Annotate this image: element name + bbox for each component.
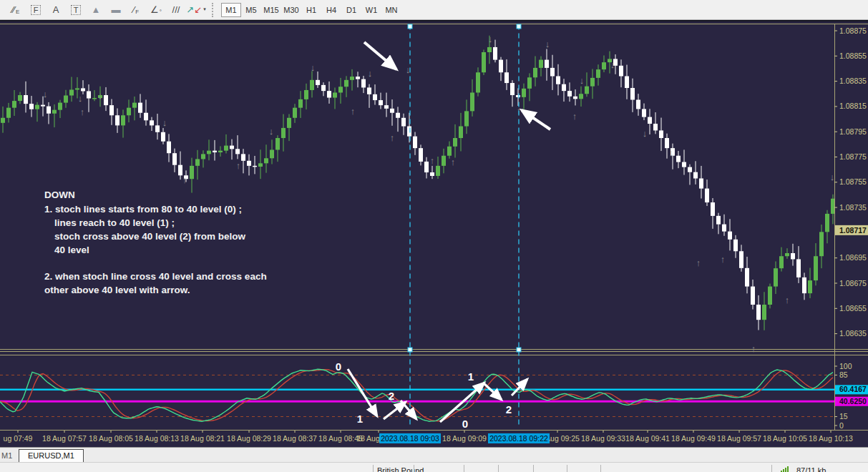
timeframe-toolbar: M1M5M15M30H1H4D1W1MN [221, 3, 401, 17]
candle-body [567, 91, 572, 97]
toolbar-grip[interactable] [212, 3, 217, 17]
candle-body [190, 166, 194, 179]
candle-body [6, 108, 11, 118]
arrows-tool-icon[interactable]: ↗↙▾ [186, 1, 206, 18]
status-divider [771, 465, 772, 472]
candle-body [825, 214, 829, 232]
fibo-fan-icon[interactable]: ∕F [126, 1, 146, 18]
selection-handle[interactable] [408, 24, 412, 29]
up-arrow-icon: ↑ [785, 295, 790, 305]
candle-body [802, 277, 806, 293]
price-axis-label: 1.08635 [839, 329, 867, 338]
timeframe-h4[interactable]: H4 [321, 3, 341, 17]
candle-body [270, 149, 274, 158]
candle-body [585, 87, 589, 94]
text-label-icon[interactable]: T [66, 1, 86, 19]
candle-body [487, 47, 492, 52]
candle-body [310, 80, 314, 90]
candle-body [69, 89, 74, 95]
stoch-step-number: 2 [506, 403, 512, 416]
candle-body [510, 83, 515, 95]
candle-body [350, 77, 354, 80]
annotation-line: 1. stoch lines starts from 80 to 40 leve… [44, 204, 242, 215]
chart-tab-partial[interactable]: M1 [1, 451, 16, 460]
time-axis-label: 18 Aug 10:13 [809, 434, 853, 443]
time-axis-label: ug 07:49 [4, 434, 33, 443]
time-axis-label: 18 Aug 09:33 [581, 434, 625, 443]
status-divider [464, 465, 464, 472]
text-icon[interactable]: A [46, 1, 66, 18]
fibo-grid-icon[interactable]: F [26, 1, 46, 19]
candle-body [722, 225, 726, 232]
down-arrow-icon: ↓ [43, 89, 48, 99]
timeframe-m5[interactable]: M5 [241, 3, 261, 17]
candle-body [64, 96, 68, 103]
candle-body [47, 107, 51, 114]
status-traffic-label: 87/11 kb [796, 466, 826, 472]
candle-body [81, 88, 85, 91]
candle-body [430, 172, 434, 176]
timeframe-w1[interactable]: W1 [361, 3, 381, 17]
candle-body [819, 232, 824, 256]
annotation-line: stoch cross above 40 level (2) from belo… [54, 231, 246, 242]
candle-body [367, 87, 371, 94]
selection-handle[interactable] [517, 348, 521, 352]
timeframe-m30[interactable]: M30 [281, 3, 301, 17]
timeframe-d1[interactable]: D1 [341, 3, 361, 17]
time-axis-label: 18 Aug 08:21 [180, 434, 225, 443]
rectangle-icon[interactable]: ▬ [106, 1, 126, 18]
candle-body [676, 156, 681, 162]
candle-body [562, 84, 566, 91]
candle-body [636, 99, 640, 109]
candle-body [207, 151, 211, 154]
candle-body [24, 95, 28, 104]
timeframe-m15[interactable]: M15 [261, 3, 281, 17]
timeframe-h1[interactable]: H1 [301, 3, 321, 17]
candle-body [814, 256, 818, 280]
price-axis-label: 1.08855 [839, 51, 867, 60]
candle-body [18, 95, 22, 101]
candle-body [247, 161, 251, 166]
down-arrow-icon: ↓ [406, 64, 411, 75]
candle-body [127, 108, 131, 116]
timeframe-mn[interactable]: MN [381, 3, 401, 17]
fibo-expansion-icon[interactable]: ∕∕E [6, 1, 26, 18]
down-arrow-icon: ↓ [98, 90, 103, 101]
down-arrow-icon: ↓ [830, 172, 835, 182]
candle-body [745, 268, 749, 287]
parallel-lines-icon[interactable]: /// [166, 1, 186, 18]
down-arrow-icon: ↓ [162, 117, 167, 128]
candle-body [659, 130, 663, 138]
up-arrow-icon: ↑ [351, 106, 356, 117]
up-arrow-icon: ↑ [572, 111, 577, 122]
candle-body [12, 101, 16, 108]
candle-body [596, 69, 600, 78]
selection-handle[interactable] [408, 348, 412, 352]
candle-body [407, 127, 411, 137]
status-divider [414, 465, 414, 472]
candle-body [648, 117, 652, 124]
candle-body [442, 156, 446, 166]
candle-body [235, 149, 240, 154]
angle-icon[interactable]: ∠° [146, 1, 166, 18]
selection-handle[interactable] [517, 24, 521, 29]
price-chart: ↓↓↓↓↓↓↓↓↓↓↓↓↓↓↓↑↑↑↑↑↑↑↑↑↑↑↑↑DOWN1. stoch… [0, 21, 868, 447]
stoch-level-value: 40.6250 [839, 397, 867, 405]
candle-body [144, 113, 148, 121]
timeframe-m1[interactable]: M1 [221, 3, 241, 17]
chart-tab-eurusd-m1[interactable]: EURUSD,M1 [19, 449, 84, 462]
stoch-step-number: 1 [357, 413, 363, 425]
candle-body [774, 268, 778, 286]
candle-body [579, 94, 583, 99]
down-arrow-icon: ↓ [643, 128, 648, 139]
candle-body [241, 154, 245, 160]
candle-body [52, 110, 57, 114]
triangle-icon[interactable]: ▲ [86, 1, 106, 18]
time-axis-label: 18 Aug 10:05 [763, 434, 807, 443]
price-axis-label: 1.08675 [839, 279, 867, 287]
connection-signal-icon [779, 466, 789, 472]
stoch-step-number: 1 [468, 370, 474, 383]
up-arrow-icon: ↑ [451, 157, 456, 167]
candle-body [281, 128, 286, 138]
price-axis-label: 1.08835 [839, 77, 867, 85]
